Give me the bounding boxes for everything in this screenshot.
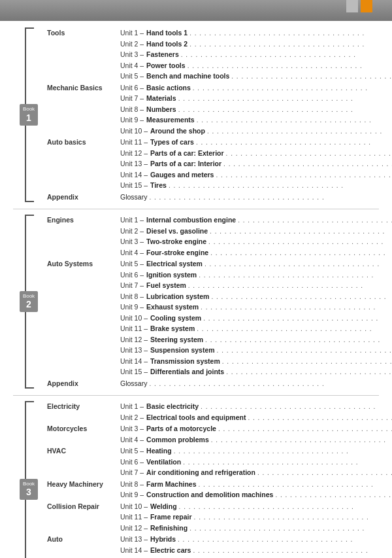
toc-unit-title: Basic actions — [146, 84, 191, 92]
toc-dots: . . . . . . . . . . . . . . . . . . . . … — [189, 28, 392, 39]
header — [0, 0, 392, 21]
toc-content: Book1ToolsUnit 1 – Hand tools 1 . . . . … — [0, 21, 392, 558]
toc-dots: . . . . . . . . . . . . . . . . . . . . … — [226, 148, 392, 159]
units-block-2-0: Unit 1 – Internal combustion engine . . … — [116, 215, 392, 258]
toc-unit-title: Electrical system — [146, 260, 203, 268]
toc-dots: . . . . . . . . . . . . . . . . . . . . … — [211, 292, 392, 302]
list-item: Unit 15 – Troubleshooting problems . . .… — [120, 555, 392, 558]
toc-dots: . . . . . . . . . . . . . . . . . . . . … — [203, 313, 392, 324]
toc-unit-label: Unit 10 – Cooling system — [120, 313, 201, 323]
toc-dots: . . . . . . . . . . . . . . . . . . . . … — [189, 39, 392, 50]
toc-unit-title: Transmission system — [150, 357, 220, 365]
book-right-3: ElectricityUnit 1 – Basic electricity . … — [44, 401, 392, 558]
toc-unit-number: Unit 2 – — [120, 413, 146, 421]
category-row-2-1: Auto SystemsUnit 5 – Electrical system .… — [44, 258, 392, 377]
header-decoration — [346, 0, 372, 21]
toc-unit-number: Unit 13 – — [120, 160, 150, 167]
toc-unit-label: Unit 15 – Troubleshooting problems — [120, 555, 237, 558]
category-row-3-3: Heavy MachineryUnit 8 – Farm Machines . … — [44, 479, 392, 500]
list-item: Unit 9 – Construction and demolition mac… — [120, 489, 392, 500]
toc-unit-number: Unit 9 – — [120, 116, 146, 124]
toc-dots: . . . . . . . . . . . . . . . . . . . . … — [226, 367, 392, 377]
category-row-1-1: Mechanic BasicsUnit 6 – Basic actions . … — [44, 82, 392, 137]
deco-bar-orange — [361, 0, 372, 12]
toc-unit-number: Unit 8 – — [120, 105, 146, 113]
toc-unit-number: Unit 8 – — [120, 292, 146, 300]
toc-dots: . . . . . . . . . . . . . . . . . . . . … — [257, 468, 392, 478]
toc-unit-title: Differentials and joints — [150, 368, 224, 375]
toc-unit-title: Parts of a car: Exterior — [150, 149, 224, 157]
toc-unit-title: Parts of a car: Interior — [150, 160, 221, 167]
appendix-row-2: AppendixGlossary . . . . . . . . . . . .… — [44, 378, 392, 389]
list-item: Unit 11 – Types of cars . . . . . . . . … — [120, 137, 392, 148]
list-item: Unit 3 – Two-stroke engine . . . . . . .… — [120, 236, 392, 247]
book-right-1: ToolsUnit 1 – Hand tools 1 . . . . . . .… — [44, 27, 392, 202]
toc-unit-number: Unit 3 – — [120, 425, 146, 432]
toc-unit-title: Power tools — [146, 61, 186, 69]
toc-unit-number: Unit 11 – — [120, 513, 150, 521]
list-item: Unit 9 – Measurements . . . . . . . . . … — [120, 114, 392, 126]
appendix-row-1: AppendixGlossary . . . . . . . . . . . .… — [44, 192, 392, 203]
toc-dots: . . . . . . . . . . . . . . . . . . . . … — [199, 480, 392, 490]
toc-dots: . . . . . . . . . . . . . . . . . . . . … — [211, 435, 392, 445]
category-label-motorcycles: Motorcycles — [44, 423, 116, 434]
toc-dots: . . . . . . . . . . . . . . . . . . . . … — [183, 457, 392, 468]
toc-unit-title: Air conditioning and refrigeration — [146, 468, 255, 476]
list-item: Unit 14 – Electric cars . . . . . . . . … — [120, 545, 392, 556]
toc-unit-number: Unit 2 – — [120, 227, 146, 235]
units-block-2-1: Unit 5 – Electrical system . . . . . . .… — [116, 258, 392, 377]
toc-unit-title: Hand tools 2 — [146, 40, 188, 48]
toc-dots: . . . . . . . . . . . . . . . . . . . . … — [208, 237, 392, 247]
category-label-heavy-machinery: Heavy Machinery — [44, 479, 116, 490]
toc-dots: . . . . . . . . . . . . . . . . . . . . … — [248, 413, 392, 423]
toc-unit-number: Unit 1 – — [120, 402, 146, 410]
toc-unit-label: Unit 3 – Two-stroke engine — [120, 236, 206, 247]
toc-unit-title: Suspension system — [150, 346, 215, 354]
toc-unit-number: Unit 7 – — [120, 94, 146, 102]
toc-dots: . . . . . . . . . . . . . . . . . . . . … — [193, 83, 392, 94]
book-label-col-3: Book3 — [13, 401, 44, 558]
toc-unit-title: Farm Machines — [146, 480, 196, 488]
toc-unit-label: Unit 13 – Suspension system — [120, 345, 215, 355]
list-item: Unit 9 – Exhaust system . . . . . . . . … — [120, 302, 392, 313]
list-item: Unit 11 – Brake system . . . . . . . . .… — [120, 323, 392, 334]
toc-unit-number: Unit 12 – — [120, 336, 150, 343]
toc-dots: . . . . . . . . . . . . . . . . . . . . … — [275, 490, 392, 500]
toc-unit-number: Unit 1 – — [120, 29, 146, 37]
toc-unit-title: Ignition system — [146, 271, 197, 279]
toc-unit-number: Unit 11 – — [120, 324, 150, 332]
list-item: Unit 12 – Refinishing . . . . . . . . . … — [120, 523, 392, 534]
list-item: Unit 13 – Suspension system . . . . . . … — [120, 345, 392, 356]
toc-unit-title: Construction and demolition machines — [146, 491, 273, 498]
appendix-entry: Glossary . . . . . . . . . . . . . . . .… — [116, 378, 392, 389]
book-label-col-1: Book1 — [13, 27, 44, 202]
toc-unit-title: Lubrication system — [146, 292, 209, 300]
toc-unit-label: Unit 2 – Diesel vs. gasoline — [120, 226, 208, 236]
list-item: Unit 5 – Electrical system . . . . . . .… — [120, 258, 392, 270]
toc-dots: . . . . . . . . . . . . . . . . . . . . … — [149, 192, 392, 203]
toc-unit-number: Unit 4 – — [120, 249, 146, 256]
book-badge: Book3 — [20, 479, 38, 500]
toc-dots: . . . . . . . . . . . . . . . . . . . . … — [231, 71, 392, 82]
toc-dots: . . . . . . . . . . . . . . . . . . . . … — [205, 335, 392, 345]
toc-unit-label: Unit 15 – Differentials and joints — [120, 366, 224, 377]
toc-unit-label: Unit 12 – Parts of a car: Exterior — [120, 148, 224, 158]
toc-unit-number: Unit 7 – — [120, 281, 146, 289]
toc-unit-label: Unit 5 – Electrical system — [120, 258, 203, 269]
list-item: Glossary . . . . . . . . . . . . . . . .… — [120, 192, 392, 203]
toc-dots: . . . . . . . . . . . . . . . . . . . . … — [178, 105, 392, 115]
toc-unit-label: Unit 3 – Fasteners — [120, 49, 179, 60]
list-item: Unit 6 – Ventilation . . . . . . . . . .… — [120, 457, 392, 468]
toc-unit-number: Unit 1 – — [120, 216, 146, 224]
toc-unit-number: Unit 6 – — [120, 458, 146, 466]
toc-dots: . . . . . . . . . . . . . . . . . . . . … — [197, 324, 392, 334]
list-item: Unit 7 – Materials . . . . . . . . . . .… — [120, 93, 392, 104]
list-item: Unit 8 – Farm Machines . . . . . . . . .… — [120, 479, 392, 490]
toc-unit-number: Unit 10 – — [120, 127, 150, 135]
category-row-1-0: ToolsUnit 1 – Hand tools 1 . . . . . . .… — [44, 27, 392, 82]
list-item: Unit 11 – Frame repair . . . . . . . . .… — [120, 512, 392, 523]
toc-dots: . . . . . . . . . . . . . . . . . . . . … — [181, 50, 392, 60]
toc-dots: . . . . . . . . . . . . . . . . . . . . … — [238, 215, 392, 226]
category-row-3-1: MotorcyclesUnit 3 – Parts of a motorcycl… — [44, 423, 392, 445]
toc-unit-number: Unit 13 – — [120, 535, 150, 543]
